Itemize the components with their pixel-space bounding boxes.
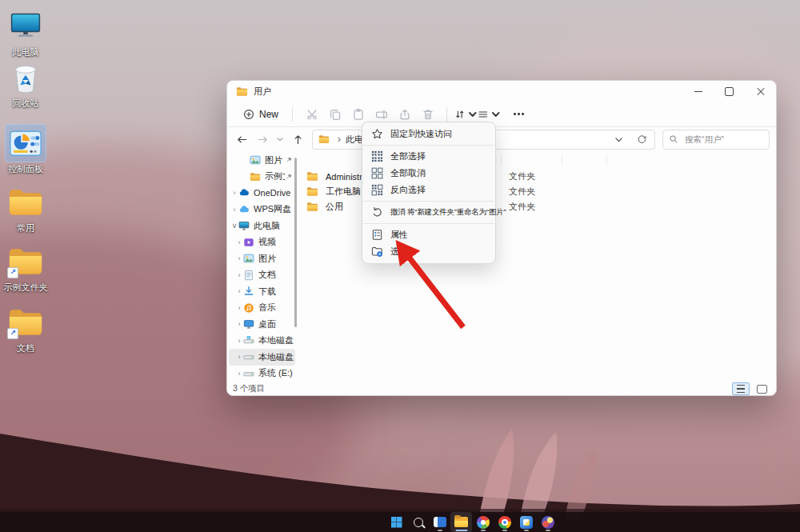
search-input[interactable]	[683, 134, 763, 145]
menu-item[interactable]	[363, 145, 494, 146]
search-icon[interactable]	[407, 512, 429, 532]
desktop-icon[interactable]: ↗ 回收站	[0, 59, 51, 109]
desktop-icon[interactable]: ↗ 常用	[0, 184, 51, 234]
menu-item[interactable]	[363, 223, 494, 224]
menu-item[interactable]: 撤消 将“新建文件夹”重命名为“图片”	[362, 204, 495, 221]
window-titlebar[interactable]: 用户	[227, 81, 776, 102]
address-dropdown-icon[interactable]	[614, 134, 624, 145]
desktop-icon[interactable]: ↗ 控制面板	[0, 125, 51, 174]
photos-icon[interactable]	[515, 512, 537, 532]
maximize-button[interactable]	[714, 81, 745, 102]
sidebar-item[interactable]: ∨ 此电脑	[229, 218, 295, 234]
toolbar-divider	[446, 107, 447, 122]
status-bar: 3 个项目	[227, 382, 776, 395]
rename-button[interactable]	[370, 105, 393, 124]
start-icon[interactable]	[386, 512, 407, 532]
up-button[interactable]	[288, 130, 307, 149]
sidebar-item[interactable]: › OneDrive	[229, 185, 295, 202]
menu-item-label: 撤消 将“新建文件夹”重命名为“图片”	[390, 207, 506, 218]
sidebar-item[interactable]: › 下载	[229, 283, 295, 300]
expand-chevron-icon[interactable]: ›	[230, 189, 238, 197]
desktop-icon-image: ↗	[6, 59, 46, 96]
desktop: ↗ 此电脑 ↗ 回收站 ↗ 控制面板 ↗	[0, 0, 800, 532]
running-indicator	[438, 530, 442, 532]
menu-item[interactable]: 选项	[362, 243, 495, 260]
expand-chevron-icon[interactable]: ∨	[230, 222, 238, 230]
recent-locations-button[interactable]	[274, 130, 286, 149]
menu-item[interactable]: 固定到快速访问	[362, 126, 495, 142]
menu-item[interactable]: 属性	[362, 226, 495, 243]
sidebar-item[interactable]: › 系统 (E:)	[229, 366, 295, 382]
minimize-button[interactable]	[682, 81, 714, 102]
file-type: 文件夹	[509, 170, 776, 182]
column-divider[interactable]	[562, 154, 562, 166]
expand-chevron-icon[interactable]: ›	[235, 353, 243, 361]
desktop-icon[interactable]: ↗ 示例文件夹	[0, 243, 51, 293]
back-button[interactable]	[232, 130, 251, 149]
desktop-icon-image: ↗	[6, 243, 46, 280]
share-button[interactable]	[393, 105, 416, 124]
desktop-icon[interactable]: ↗ 此电脑	[0, 8, 51, 58]
sidebar-item[interactable]: 示例文件夹	[229, 169, 295, 186]
expand-chevron-icon[interactable]: ›	[235, 238, 243, 246]
expand-chevron-icon[interactable]: ›	[235, 271, 243, 279]
forward-button[interactable]	[253, 130, 272, 149]
chrome-icon[interactable]	[494, 512, 515, 532]
items-count: 3 个项目	[233, 383, 265, 394]
refresh-icon[interactable]	[637, 134, 647, 145]
sidebar-item[interactable]: › 视频	[229, 234, 295, 251]
desktop-icon-label: 控制面板	[8, 164, 43, 174]
menu-item[interactable]: 全部选择	[362, 148, 495, 165]
sidebar-item[interactable]: 图片	[229, 152, 295, 169]
search-box[interactable]	[662, 130, 770, 150]
sidebar-item[interactable]: › 桌面	[229, 316, 295, 333]
expand-chevron-icon[interactable]: ›	[235, 337, 243, 345]
details-view-button[interactable]	[732, 382, 750, 395]
sidebar-item[interactable]: › 音乐	[229, 300, 295, 317]
file-explorer-icon[interactable]	[450, 512, 472, 532]
sidebar-item[interactable]: › 本地磁盘 (C:)	[229, 333, 295, 350]
sidebar-item[interactable]: › 文档	[229, 267, 295, 284]
delete-button[interactable]	[416, 105, 439, 124]
column-divider[interactable]	[501, 154, 502, 166]
paint-icon[interactable]	[537, 512, 558, 532]
copy-button[interactable]	[323, 105, 346, 124]
expand-chevron-icon[interactable]: ›	[235, 304, 243, 312]
menu-item[interactable]	[363, 201, 494, 202]
column-divider[interactable]	[606, 154, 607, 166]
sidebar-item[interactable]: › WPS网盘	[229, 202, 295, 218]
sidebar-item[interactable]: › 图片	[229, 250, 295, 267]
sidebar: 图片 示例文件夹 › OneDrive ›	[227, 151, 299, 382]
new-button[interactable]: New	[237, 106, 285, 122]
menu-item[interactable]: 反向选择	[362, 182, 495, 198]
menu-item-label: 选项	[390, 246, 408, 258]
thumbnail-view-button[interactable]	[753, 382, 770, 395]
sidebar-scrollbar[interactable]	[294, 158, 297, 327]
close-button[interactable]	[745, 81, 776, 102]
task-view-icon[interactable]	[429, 512, 450, 532]
sidebar-item[interactable]: › 本地磁盘 (D:)	[229, 349, 295, 366]
cut-button[interactable]	[300, 105, 323, 124]
running-indicator	[546, 530, 550, 532]
paste-button[interactable]	[346, 105, 370, 124]
expand-chevron-icon[interactable]: ›	[230, 206, 238, 214]
expand-chevron-icon[interactable]: ›	[235, 254, 243, 262]
file-type: 文件夹	[509, 186, 776, 198]
chevron-down-icon	[467, 108, 478, 121]
menu-item[interactable]: 全部取消	[362, 165, 495, 182]
desktop-icon-label: 示例文件夹	[4, 282, 48, 293]
desktop-icon-image: ↗	[6, 304, 46, 341]
expand-chevron-icon[interactable]: ›	[235, 320, 243, 328]
expand-chevron-icon[interactable]: ›	[235, 370, 243, 378]
expand-chevron-icon[interactable]: ›	[235, 287, 243, 295]
sort-button[interactable]	[454, 105, 478, 124]
desktop-icon-label: 回收站	[13, 98, 39, 109]
browser-wheel-icon[interactable]	[472, 512, 494, 532]
taskbar	[0, 512, 800, 532]
shortcut-arrow-icon: ↗	[7, 328, 18, 339]
folder-icon	[306, 186, 318, 198]
desktop-icon[interactable]: ↗ 文档	[0, 304, 51, 354]
view-button[interactable]	[478, 105, 501, 124]
menu-item-icon	[371, 246, 383, 258]
see-more-button[interactable]	[507, 105, 530, 124]
